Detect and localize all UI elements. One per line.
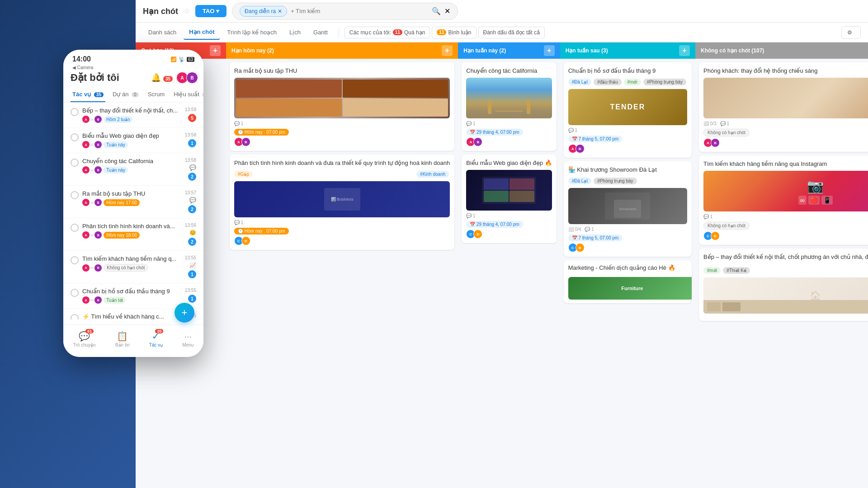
card-showroom[interactable]: 🏪 Khai trương Showroom Đà Lạt #Đà Lạt #P… [564,161,692,257]
task-title: Biểu mẫu Web giao diện đẹp [82,132,181,139]
card-instagram[interactable]: Tìm kiếm khách hàng tiềm năng qua Instag… [699,155,868,245]
tasks-badge: 35 [155,329,163,333]
tag: #Gấp [234,171,253,178]
bottom-nav-news[interactable]: 📋 Bản tin [115,331,130,347]
deadline-badge: 🕐 Hôm nay . 07:00 pm [234,129,289,136]
mobile-header: Đặt bởi tôi 🔔 35 A B [63,70,203,87]
avatar: A [82,199,90,206]
task-title: Phân tích tình hình kinh doanh và... [82,223,181,230]
active-filter[interactable]: Đang diễn ra ✕ [240,6,287,17]
task-time: 13:58 [185,132,196,137]
mobile-task-list: Bếp – thay đổi thiết kế nội thất, ch... … [63,103,203,319]
task-meta: A › B Tuần này [82,141,181,148]
task-item[interactable]: Tìm kiếm khách hàng tiềm năng q... A › B… [63,251,203,283]
fab-button[interactable]: + [175,303,194,323]
mobile-tab-tacvu[interactable]: Tác vụ 35 [71,87,105,102]
deadline-badge: Không có hạn chót [703,129,750,136]
tab-lich[interactable]: Lịch [284,25,306,39]
task-meta: A › B Hôm 2 tuần [82,116,181,123]
card-bep[interactable]: Bếp – thay đổi thiết kế nội thất, chốt p… [699,249,868,320]
card-meta: 💬 1 [568,128,687,133]
create-button[interactable]: TAO ▾ [195,5,226,17]
task-checkbox[interactable] [71,256,79,264]
avatar: B [94,231,102,239]
card-dau-thau[interactable]: Chuẩn bị hồ sơ đấu thầu tháng 9 #Đà Lạt … [564,62,692,158]
close-icon[interactable]: ✕ [444,7,450,15]
task-checkbox[interactable] [71,133,79,141]
card-stats: 💬 1 [703,214,868,219]
task-checkbox[interactable] [71,224,79,232]
tag: #Kinh doanh [416,171,449,178]
task-item[interactable]: Phân tích tình hình kinh doanh và... A ›… [63,218,203,251]
col-body-this-week: Chuyển công tác California 💬 1 📅 29 thán… [458,59,560,488]
filter-danh-dau[interactable]: Đánh dấu đã đọc tất cả [478,27,545,38]
back-button[interactable]: ◀ Camera [63,65,203,70]
task-checkbox[interactable] [71,108,79,116]
deadline-badge: 🕐 Hôm nay . 07:00 pm [234,228,289,235]
column-next-week: Hạn tuần sau (3) + Chuẩn bị hồ sơ đấu th… [560,42,695,488]
card-avatars-row: A B [234,137,450,146]
bell-icon[interactable]: 🔔 [151,73,161,82]
tab-trinh-lap[interactable]: Trình lập kế hoạch [222,25,283,39]
mobile-tab-duan[interactable]: Dự án 0 [111,87,141,102]
card-footer: 📅 7 tháng 5, 07:00 pm [568,235,687,241]
card-web-form[interactable]: Biểu mẫu Web giao diện đẹp 🔥 � [462,155,556,243]
card-header-row: Bếp – thay đổi thiết kế nội thất, chốt p… [703,253,868,264]
avatar: B [186,72,198,84]
mobile-tab-scrum[interactable]: Scrum [146,87,167,102]
task-item[interactable]: Biểu mẫu Web giao diện đẹp A › B Tuần nà… [63,128,203,153]
add-card-overdue[interactable]: + [210,45,221,56]
task-meta: A › B Không có hạn chót [82,264,181,272]
task-item[interactable]: Chuyển công tác California A › B Tuần nà… [63,153,203,186]
tab-han-chot[interactable]: Hạn chót [184,25,220,40]
mobile-avatars: A B [176,72,196,84]
card-phan-tich[interactable]: Phân tích tình hình kinh doanh và đưa ra… [230,155,454,250]
bottom-nav-chat[interactable]: 💬 61 Trò chuyện [73,331,96,347]
filter-binh-luan[interactable]: 11 Bình luận [432,27,476,38]
chat-label: Trò chuyện [73,343,96,347]
card-phong-khach[interactable]: Phòng khách: thay đổi hệ thống chiếu sán… [699,62,868,152]
card-ra-mat[interactable]: Ra mắt bộ sưu tập THU 💬 1 🕐 Hôm n [230,62,454,151]
task-meta: A › B Hôm nay 17:00 [82,199,181,206]
bottom-nav-menu[interactable]: ··· Menu [182,331,193,347]
avatar: B [576,144,585,153]
task-badge: 2 [188,238,196,246]
task-checkbox[interactable] [71,191,79,199]
card-image: 📷 ∞ 🔴 📱 🖱 [703,171,868,211]
avatar: A [82,296,90,304]
task-checkbox[interactable] [71,159,79,167]
task-item[interactable]: Bếp – thay đổi thiết kế nội thất, ch... … [63,103,203,128]
task-checkbox[interactable] [71,314,79,319]
card-tags: #mới #Thiết Kế [703,266,868,275]
mobile-tab-hieuquat[interactable]: Hiệu suất 100+ [172,87,203,102]
notif-wrapper: 🔔 35 [151,73,173,83]
bottom-nav-tasks[interactable]: ✓ 35 Tác vụ [149,331,163,347]
star-icon[interactable]: ☆ [184,7,190,15]
card-title: Tìm kiếm khách hàng tiềm năng qua Instag… [703,160,868,168]
task-deadline: Tuần này [104,141,128,148]
task-time: 13:57 [185,190,196,195]
col-header-this-week: Hạn tuần này (2) + [458,42,560,59]
add-card-this-week[interactable]: + [544,45,555,56]
add-card-next-week[interactable]: + [679,45,690,56]
avatar: A [82,116,90,123]
card-title: Ra mắt bộ sưu tập THU [234,67,450,75]
filter-qua-han[interactable]: Các mục của tôi: 11 Quá hạn [344,27,430,38]
task-meta: A › B Hôm nay 18:00 [82,231,181,239]
auto-rule-button[interactable]: ⚙ [841,26,861,39]
tab-gantt[interactable]: Gantt [308,25,333,39]
add-card-today[interactable]: + [442,45,453,56]
task-checkbox[interactable] [71,289,79,297]
card-marketing[interactable]: Marketing - Chiến dịch quảng cáo Hè 🔥 Fu… [564,260,692,303]
task-item[interactable]: Ra mắt bộ sưu tập THU A › B Hôm nay 17:0… [63,186,203,218]
search-input[interactable] [291,8,428,14]
deadline-badge: 📅 7 tháng 5, 07:00 pm [568,235,623,241]
task-badge: 2 [188,173,196,181]
card-california[interactable]: Chuyển công tác California 💬 1 📅 29 thán… [462,62,556,151]
search-icon[interactable]: 🔍 [432,7,441,15]
col-label-this-week: Hạn tuần này (2) [463,47,506,54]
tab-danh-sach[interactable]: Danh sách [143,25,182,39]
col-header-today: Hạn hôm nay (2) + [226,42,458,59]
tag: #đấu thầu [594,79,621,85]
card-avatars-row: C D [703,231,868,240]
